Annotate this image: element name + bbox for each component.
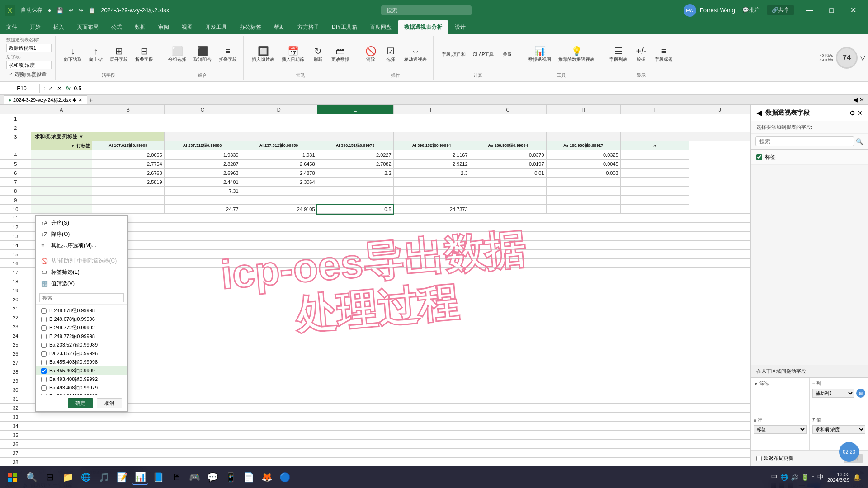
tab-ffgz[interactable]: 方方格子 [291, 20, 326, 34]
more-sort-item[interactable]: ≡ 其他排序选项(M)... [36, 240, 127, 251]
file-tab-close[interactable]: ✕ [78, 97, 82, 103]
col-G[interactable]: G [470, 105, 546, 114]
autosave-toggle[interactable]: 自动保存 [19, 5, 44, 15]
sort-asc-item[interactable]: ↑A 升序(S) [36, 217, 127, 229]
check-item-6[interactable]: Ba 455.403径0.99998 [36, 358, 127, 366]
panel-collapse-btn[interactable]: ◀ [756, 108, 762, 117]
close-btn[interactable]: ✕ [843, 3, 863, 18]
tray-network[interactable]: 🌐 [780, 474, 788, 481]
field-list-btn[interactable]: ☰ 字段列表 [607, 45, 630, 64]
check-item-8[interactable]: Ba 493.408径0.99992 [36, 375, 127, 384]
expand-ribbon-btn[interactable]: ▽ [860, 54, 865, 61]
check-item-7[interactable]: Ba 455.403轴0.9999 [36, 366, 127, 375]
check-item-2[interactable]: B 249.772径0.99992 [36, 324, 127, 332]
tab-diy[interactable]: DIY工具箱 [326, 20, 363, 34]
group-field-btn[interactable]: ≡ 折叠字段 [216, 45, 240, 64]
notification-btn[interactable]: 🔔 [853, 474, 861, 481]
taskbar-excel[interactable]: 📊 [132, 469, 148, 485]
col-F[interactable]: F [393, 105, 470, 114]
field-checkbox-label[interactable] [756, 154, 762, 160]
panel-search-input[interactable] [755, 136, 854, 146]
column-zone-drag-icon[interactable]: ⊞ [856, 389, 865, 398]
taskbar-netease-music[interactable]: 🎵 [96, 469, 112, 485]
taskbar-files[interactable]: 📁 [60, 469, 76, 485]
relationship-btn[interactable]: 关系 [498, 50, 516, 59]
expand-field-btn[interactable]: ↓ 向下钻取 [61, 45, 85, 64]
formula-cancel-btn[interactable]: ✕ [57, 85, 62, 92]
tray-sound[interactable]: 🔊 [791, 474, 798, 481]
check-item-1[interactable]: B 249.678轴0.99996 [36, 315, 127, 324]
tray-keyboard[interactable]: 中 [771, 473, 778, 481]
delay-update-checkbox[interactable] [756, 456, 762, 461]
autosave-status[interactable]: ● [46, 6, 53, 14]
taskbar-browser2[interactable]: 🦊 [259, 469, 275, 485]
clipboard-btn[interactable]: 📋 [87, 6, 97, 14]
olap-tools-btn[interactable]: OLAP工具 [470, 50, 497, 59]
col-E[interactable]: E [317, 105, 393, 114]
tab-formula[interactable]: 公式 [105, 20, 128, 34]
comment-btn[interactable]: 💬批注 [741, 5, 762, 15]
save-btn[interactable]: 💾 [55, 6, 65, 14]
col-B[interactable]: B [92, 105, 164, 114]
taskbar-typora[interactable]: 📄 [241, 469, 257, 485]
formula-input[interactable] [74, 85, 864, 92]
recommend-pivot-btn[interactable]: 💡 推荐的数据透视表 [556, 45, 597, 64]
current-file-tab[interactable]: ● 2024-3-29-wzy-24标2.xlsx ✱ ✕ [4, 95, 87, 104]
taskbar-phone[interactable]: 📱 [222, 469, 239, 485]
share-btn[interactable]: 🔗共享 [767, 5, 794, 15]
start-button[interactable] [4, 468, 22, 486]
tab-baidu[interactable]: 百度网盘 [363, 20, 398, 34]
change-datasource-btn[interactable]: 🗃 更改数据 [329, 45, 352, 64]
delay-update-label[interactable]: 延迟布局更新 [756, 455, 793, 462]
tab-insert[interactable]: 插入 [47, 20, 71, 34]
col-A[interactable]: A [31, 105, 92, 114]
taskbar-word[interactable]: 📘 [150, 469, 166, 485]
search-btn[interactable]: 🔍 [856, 138, 863, 145]
confirm-btn[interactable]: 确定 [68, 398, 93, 408]
taskbar-wps[interactable]: 📝 [114, 469, 130, 485]
taskbar-browser-edge[interactable]: 🌐 [78, 469, 94, 485]
maximize-btn[interactable]: □ [821, 3, 842, 18]
tab-office[interactable]: 办公标签 [233, 20, 268, 34]
value-zone-select[interactable]: 求和项:浓度 [812, 425, 865, 434]
cancel-btn[interactable]: 取消 [97, 398, 122, 408]
redo-btn[interactable]: ↪ [77, 6, 85, 14]
label-filter-item[interactable]: 🏷 标签筛选(L) [36, 267, 127, 278]
cell-ref-box[interactable] [4, 84, 40, 93]
panel-expand-btn[interactable]: ◀ [853, 96, 858, 103]
tab-home[interactable]: 开始 [24, 20, 47, 34]
slicer-btn[interactable]: 🔲 插入切片表 [249, 45, 277, 64]
tab-dev[interactable]: 开发工具 [199, 20, 233, 34]
pivot-chart-btn[interactable]: 📊 数据透视图 [526, 45, 554, 64]
taskbar-ppt[interactable]: 🖥 [168, 469, 184, 485]
tray-cn-input[interactable]: 中 [817, 473, 824, 481]
new-tab-btn[interactable]: + [89, 96, 93, 103]
field-item-btn[interactable]: 字段,项目和 [439, 50, 468, 59]
tab-review[interactable]: 审阅 [152, 20, 175, 34]
check-item-5[interactable]: Ba 233.527轴0.99996 [36, 349, 127, 358]
select-btn[interactable]: ☑ 选择 [382, 45, 400, 64]
tray-battery[interactable]: 🔋 [801, 474, 809, 481]
sort-desc-item[interactable]: ↓Z 降序(O) [36, 229, 127, 240]
active-field-input[interactable] [6, 61, 52, 69]
check-item-3[interactable]: B 249.772轴0.99998 [36, 332, 127, 341]
tab-design[interactable]: 设计 [448, 20, 472, 34]
collapse-field-btn2[interactable]: ⊟ 折叠字段 [132, 45, 156, 64]
date-filter-btn[interactable]: 📅 插入日期筛 [279, 45, 307, 64]
ungroup-btn[interactable]: ⬛ 取消组合 [191, 45, 214, 64]
check-item-9[interactable]: Ba 493.408轴0.99979 [36, 384, 127, 392]
taskbar-task-view[interactable]: ⊟ [42, 469, 58, 485]
value-filter-item[interactable]: 🔢 值筛选(V) [36, 278, 127, 289]
taskbar-chrome[interactable]: 🔵 [277, 469, 293, 485]
row-zone-select[interactable]: 标签 [754, 425, 807, 434]
formula-check-btn[interactable]: ✓ [48, 85, 53, 92]
panel-close-btn[interactable]: ✕ [859, 96, 864, 103]
panel-close-right-btn[interactable]: ✕ [857, 109, 863, 117]
clear-btn[interactable]: 🚫 清除 [362, 45, 380, 64]
col-J[interactable]: J [689, 105, 750, 114]
tab-help[interactable]: 帮助 [268, 20, 291, 34]
tab-pivot-analysis[interactable]: 数据透视表分析 [398, 20, 448, 34]
panel-settings-btn[interactable]: ⚙ [849, 109, 855, 117]
clock[interactable]: 13:03 2024/3/29 [827, 472, 849, 483]
tray-up[interactable]: ↑ [811, 474, 815, 481]
